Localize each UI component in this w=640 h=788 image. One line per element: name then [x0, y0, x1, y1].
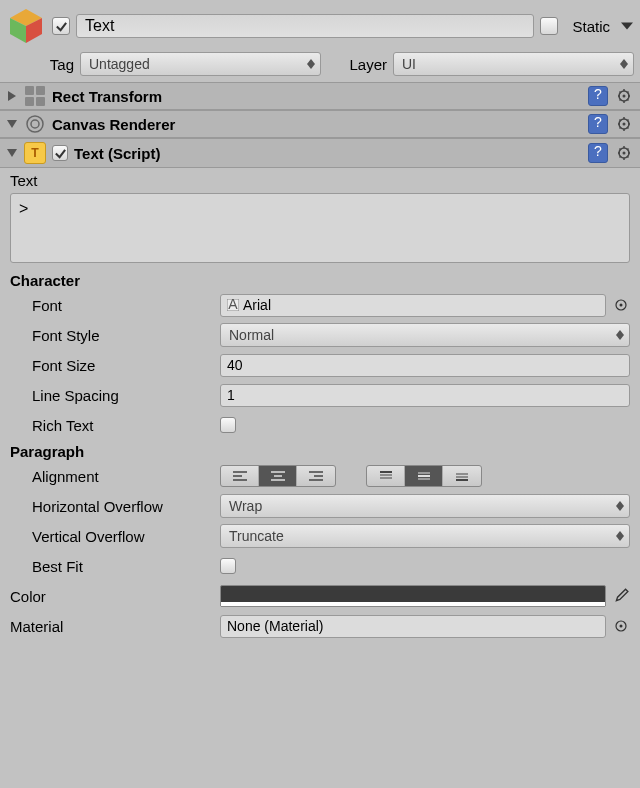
svg-marker-8 [620, 64, 628, 69]
component-enabled-checkbox[interactable] [52, 145, 68, 161]
horizontal-overflow-label: Horizontal Overflow [10, 498, 220, 515]
vertical-overflow-value: Truncate [229, 528, 284, 544]
svg-text:A: A [228, 299, 238, 311]
gameobject-name-input[interactable] [76, 14, 534, 38]
component-header-canvas-renderer[interactable]: Canvas Renderer ? [0, 110, 640, 138]
svg-marker-22 [7, 120, 17, 128]
static-label: Static [572, 18, 610, 35]
vertical-overflow-label: Vertical Overflow [10, 528, 220, 545]
layer-label: Layer [327, 56, 387, 73]
font-style-dropdown[interactable]: Normal [220, 323, 630, 347]
svg-line-34 [620, 127, 622, 129]
font-asset-icon: A [227, 299, 239, 311]
static-dropdown-arrow-icon[interactable] [620, 22, 634, 30]
svg-marker-36 [7, 149, 17, 157]
vertical-alignment-group [366, 465, 482, 487]
align-right-button[interactable] [297, 466, 335, 486]
color-field[interactable] [220, 585, 606, 607]
svg-line-47 [620, 156, 622, 158]
gameobject-cube-icon [6, 6, 46, 46]
gear-icon[interactable] [616, 144, 634, 162]
best-fit-checkbox[interactable] [220, 558, 236, 574]
align-center-button[interactable] [259, 466, 297, 486]
horizontal-overflow-value: Wrap [229, 498, 262, 514]
paragraph-group-header: Paragraph [10, 443, 630, 460]
text-value-textarea[interactable]: > [10, 193, 630, 263]
static-checkbox[interactable] [540, 17, 558, 35]
alignment-label: Alignment [10, 468, 220, 485]
layer-value: UI [402, 56, 416, 72]
canvas-renderer-icon [24, 113, 46, 135]
svg-point-52 [620, 304, 623, 307]
svg-line-35 [627, 120, 629, 122]
object-picker-icon[interactable] [612, 298, 630, 312]
svg-text:?: ? [594, 146, 602, 159]
font-value: Arial [243, 297, 271, 313]
object-picker-icon[interactable] [612, 619, 630, 633]
component-header-rect-transform[interactable]: Rect Transform ? [0, 82, 640, 110]
color-label: Color [10, 588, 220, 605]
component-title: Canvas Renderer [52, 116, 582, 133]
best-fit-label: Best Fit [10, 558, 220, 575]
font-size-label: Font Size [10, 357, 220, 374]
material-value: None (Material) [227, 618, 323, 634]
svg-text:?: ? [594, 117, 602, 130]
svg-marker-6 [307, 64, 315, 69]
svg-line-20 [620, 99, 622, 101]
svg-line-45 [620, 149, 622, 151]
svg-point-24 [31, 120, 39, 128]
gear-icon[interactable] [616, 87, 634, 105]
svg-marker-4 [621, 22, 633, 29]
svg-line-21 [627, 92, 629, 94]
svg-point-13 [623, 95, 626, 98]
svg-text:T: T [31, 146, 39, 160]
text-component-icon: T [24, 142, 46, 164]
line-spacing-input[interactable] [220, 384, 630, 407]
svg-point-23 [27, 116, 43, 132]
svg-point-27 [623, 123, 626, 126]
svg-line-32 [620, 120, 622, 122]
svg-text:?: ? [594, 89, 602, 102]
eyedropper-icon[interactable] [612, 588, 630, 604]
font-label: Font [10, 297, 220, 314]
help-icon[interactable]: ? [588, 86, 608, 106]
font-size-input[interactable] [220, 354, 630, 377]
fold-arrow-icon [6, 90, 18, 102]
align-middle-button[interactable] [405, 466, 443, 486]
tag-value: Untagged [89, 56, 150, 72]
align-bottom-button[interactable] [443, 466, 481, 486]
tag-label: Tag [6, 56, 74, 73]
svg-marker-74 [616, 506, 624, 511]
component-title: Rect Transform [52, 88, 582, 105]
svg-line-33 [627, 127, 629, 129]
svg-line-19 [627, 99, 629, 101]
rect-transform-icon [24, 85, 46, 107]
svg-marker-54 [616, 335, 624, 340]
rich-text-label: Rich Text [10, 417, 220, 434]
help-icon[interactable]: ? [588, 143, 608, 163]
align-left-button[interactable] [221, 466, 259, 486]
vertical-overflow-dropdown[interactable]: Truncate [220, 524, 630, 548]
rich-text-checkbox[interactable] [220, 417, 236, 433]
text-property-label: Text [10, 172, 630, 189]
svg-marker-9 [8, 91, 16, 101]
svg-point-40 [623, 152, 626, 155]
line-spacing-label: Line Spacing [10, 387, 220, 404]
horizontal-overflow-dropdown[interactable]: Wrap [220, 494, 630, 518]
material-object-field[interactable]: None (Material) [220, 615, 606, 638]
help-icon[interactable]: ? [588, 114, 608, 134]
gameobject-active-checkbox[interactable] [52, 17, 70, 35]
gear-icon[interactable] [616, 115, 634, 133]
fold-arrow-icon [6, 118, 18, 130]
font-object-field[interactable]: A Arial [220, 294, 606, 317]
svg-line-18 [620, 92, 622, 94]
svg-line-46 [627, 156, 629, 158]
font-style-value: Normal [229, 327, 274, 343]
svg-marker-76 [616, 536, 624, 541]
layer-dropdown[interactable]: UI [393, 52, 634, 76]
component-title: Text (Script) [74, 145, 582, 162]
component-header-text-script[interactable]: T Text (Script) ? [0, 138, 640, 168]
tag-dropdown[interactable]: Untagged [80, 52, 321, 76]
align-top-button[interactable] [367, 466, 405, 486]
font-style-label: Font Style [10, 327, 220, 344]
